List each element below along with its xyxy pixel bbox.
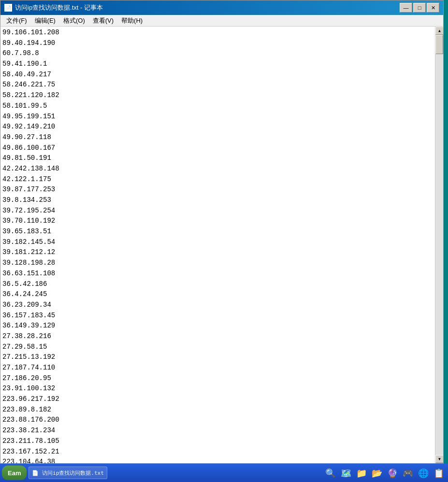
title-bar: 📄 访问ip查找访问数据.txt - 记事本 — □ ✕: [0, 0, 443, 15]
app-icon: 📄: [4, 4, 12, 12]
list-item: 36.63.151.108: [2, 269, 433, 279]
list-item: 23.91.100.132: [2, 383, 433, 394]
menu-edit[interactable]: 编辑(E): [31, 15, 59, 26]
scroll-down-button[interactable]: ▼: [435, 455, 443, 463]
list-item: 60.7.98.8: [2, 48, 433, 59]
maximize-button[interactable]: □: [413, 3, 426, 13]
list-item: 42.122.1.175: [2, 174, 433, 185]
list-item: 49.81.50.191: [2, 153, 433, 164]
taskbar-icon-area: 🔍 🗺️ 📁 📂 🔮 🎮 🌐 📋: [323, 466, 446, 480]
start-button[interactable]: Eam: [2, 466, 27, 480]
close-button[interactable]: ✕: [427, 3, 439, 13]
list-item: 49.90.27.118: [2, 132, 433, 143]
window-title: 访问ip查找访问数据.txt - 记事本: [15, 3, 103, 12]
list-item: 223.88.176.200: [2, 415, 433, 425]
taskbar-icon-app1[interactable]: 🔮: [385, 466, 400, 480]
list-item: 27.186.20.95: [2, 373, 433, 384]
list-item: 58.221.120.182: [2, 90, 433, 101]
list-item: 36.23.209.34: [2, 300, 433, 311]
list-item: 223.38.21.234: [2, 425, 433, 436]
list-item: 27.215.13.192: [2, 352, 433, 363]
list-item: 39.128.198.28: [2, 258, 433, 269]
list-item: 27.187.74.110: [2, 363, 433, 373]
list-item: 39.182.145.54: [2, 237, 433, 248]
list-item: 27.29.58.15: [2, 342, 433, 353]
taskbar-icon-browser[interactable]: 🌐: [416, 466, 431, 480]
list-item: 49.95.199.151: [2, 112, 433, 122]
content-area: 99.106.101.20889.40.194.19060.7.98.859.4…: [0, 27, 443, 463]
taskbar-icon-folder1[interactable]: 📁: [354, 466, 369, 480]
taskbar-icon-app3[interactable]: 📋: [432, 466, 446, 480]
list-item: 39.8.134.253: [2, 195, 433, 206]
taskbar-icon-folder2[interactable]: 📂: [370, 466, 384, 480]
list-item: 49.92.149.210: [2, 122, 433, 132]
list-item: 223.104.64.38: [2, 457, 433, 463]
list-item: 223.167.152.21: [2, 447, 433, 457]
menu-help[interactable]: 帮助(H): [117, 15, 146, 26]
menu-view[interactable]: 查看(V): [89, 15, 117, 26]
list-item: 36.157.183.45: [2, 311, 433, 321]
list-item: 39.65.183.51: [2, 227, 433, 237]
taskbar-icon-search[interactable]: 🔍: [323, 466, 338, 480]
list-item: 27.38.28.216: [2, 331, 433, 342]
menu-file[interactable]: 文件(F): [2, 15, 31, 26]
title-controls: — □ ✕: [400, 3, 439, 13]
list-item: 36.149.39.129: [2, 321, 433, 331]
title-bar-left: 📄 访问ip查找访问数据.txt - 记事本: [4, 3, 103, 12]
notepad-window: 📄 访问ip查找访问数据.txt - 记事本 — □ ✕ 文件(F) 编辑(E)…: [0, 0, 444, 464]
taskbar-icon-app2[interactable]: 🎮: [401, 466, 415, 480]
list-item: 39.72.195.254: [2, 206, 433, 216]
list-item: 36.4.24.245: [2, 289, 433, 300]
scrollbar-track[interactable]: [435, 35, 443, 455]
text-editor[interactable]: 99.106.101.20889.40.194.19060.7.98.859.4…: [0, 27, 435, 463]
list-item: 58.40.49.217: [2, 70, 433, 80]
scrollbar[interactable]: ▲ ▼: [435, 27, 443, 463]
list-item: 59.41.190.1: [2, 59, 433, 70]
scroll-up-button[interactable]: ▲: [435, 27, 443, 35]
list-item: 39.87.177.253: [2, 184, 433, 195]
taskbar-active-item[interactable]: 📄 访问ip查找访问数据.txt: [29, 467, 107, 479]
list-item: 58.246.221.75: [2, 80, 433, 90]
list-item: 42.242.138.148: [2, 164, 433, 174]
list-item: 58.101.99.5: [2, 101, 433, 112]
list-item: 89.40.194.190: [2, 38, 433, 49]
list-item: 49.86.100.167: [2, 143, 433, 154]
taskbar: Eam 📄 访问ip查找访问数据.txt 🔍 🗺️ 📁 📂 🔮 🎮 🌐 📋: [0, 464, 448, 482]
list-item: 223.211.78.105: [2, 436, 433, 447]
list-item: 223.96.217.192: [2, 394, 433, 405]
minimize-button[interactable]: —: [400, 3, 412, 13]
list-item: 39.70.110.192: [2, 216, 433, 227]
menu-bar: 文件(F) 编辑(E) 格式(O) 查看(V) 帮助(H): [0, 15, 443, 27]
list-item: 99.106.101.208: [2, 28, 433, 38]
list-item: 39.181.212.12: [2, 247, 433, 258]
list-item: 223.89.8.182: [2, 405, 433, 415]
scrollbar-thumb[interactable]: [435, 35, 443, 54]
taskbar-items: 📄 访问ip查找访问数据.txt: [29, 467, 321, 479]
list-item: 36.5.42.186: [2, 279, 433, 290]
menu-format[interactable]: 格式(O): [59, 15, 89, 26]
taskbar-icon-map[interactable]: 🗺️: [339, 466, 353, 480]
